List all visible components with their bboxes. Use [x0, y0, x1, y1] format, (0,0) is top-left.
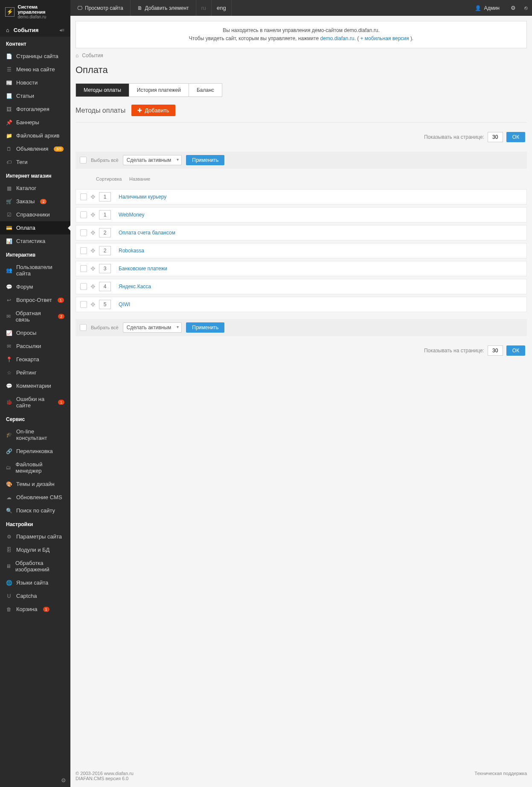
select-all-checkbox[interactable] — [80, 157, 87, 164]
sidebar-item[interactable]: ⚙Параметры сайта — [0, 530, 70, 543]
perpage-ok-button-bottom[interactable]: ОК — [506, 345, 525, 356]
row-link[interactable]: Яндекс.Касса — [119, 284, 151, 290]
tab[interactable]: Методы оплаты — [76, 84, 129, 97]
logo[interactable]: ⚡ Система управления demo.diafan.ru — [0, 0, 70, 23]
view-site-button[interactable]: 🖵 Просмотр сайта — [70, 0, 131, 16]
sidebar-item[interactable]: ☑Справочники — [0, 208, 70, 221]
gear-icon[interactable]: ⚙ — [506, 0, 520, 16]
row-link[interactable]: Наличными курьеру — [119, 194, 166, 200]
bulk-action-select-bottom[interactable]: Сделать активным — [123, 322, 182, 333]
sort-input[interactable] — [99, 264, 111, 273]
badge: 1 — [58, 400, 64, 405]
sidebar-item[interactable]: 📍Геокарта — [0, 353, 70, 366]
drag-handle-icon[interactable]: ✥ — [90, 265, 96, 272]
apply-button-bottom[interactable]: Применить — [186, 322, 224, 333]
tab[interactable]: Баланс — [189, 84, 222, 97]
apply-button[interactable]: Применить — [186, 155, 224, 165]
lang-eng[interactable]: eng — [212, 0, 232, 16]
row-link[interactable]: Оплата счета балансом — [119, 230, 175, 236]
sidebar-item[interactable]: 🖥Обработка изображений — [0, 556, 70, 576]
footer-support-link[interactable]: Техническая поддержка — [474, 771, 527, 781]
sidebar-item[interactable]: 💬Комментарии — [0, 379, 70, 392]
row-checkbox[interactable] — [80, 283, 87, 290]
perpage-input-bottom[interactable] — [488, 345, 503, 356]
perpage-ok-button[interactable]: ОК — [506, 132, 525, 142]
lang-ru[interactable]: ru — [196, 0, 212, 16]
sidebar-item[interactable]: 📈Опросы — [0, 326, 70, 339]
sidebar-item[interactable]: 🐞Ошибки на сайте1 — [0, 392, 70, 412]
drag-handle-icon[interactable]: ✥ — [90, 229, 96, 236]
sidebar-item[interactable]: 📄Страницы сайта — [0, 50, 70, 63]
sidebar-item[interactable]: 🎓On-line консультант — [0, 425, 70, 445]
collapse-icon[interactable]: ◂≡ — [59, 27, 64, 33]
sort-input[interactable] — [99, 282, 111, 291]
sort-input[interactable] — [99, 192, 111, 202]
sidebar-item[interactable]: 🗒Объявления3/0 — [0, 142, 70, 155]
row-checkbox[interactable] — [80, 265, 87, 272]
notice-link-mobile[interactable]: + мобильная версия — [360, 35, 409, 41]
select-all-checkbox-bottom[interactable] — [80, 324, 87, 331]
sidebar-item[interactable]: 🖼Фотогалерея — [0, 102, 70, 116]
row-checkbox[interactable] — [80, 193, 87, 200]
row-link[interactable]: WebMoney — [119, 212, 144, 218]
select-all-label[interactable]: Выбрать всё — [91, 158, 119, 163]
sidebar-item[interactable]: 🌐Языки сайта — [0, 576, 70, 589]
sidebar-item[interactable]: 🏷Теги — [0, 155, 70, 169]
drag-handle-icon[interactable]: ✥ — [90, 193, 96, 200]
breadcrumb-home-icon[interactable]: ⌂ — [76, 53, 78, 59]
sidebar-item[interactable]: 🛒Заказы2 — [0, 195, 70, 208]
sidebar-events[interactable]: ⌂События ◂≡ — [0, 23, 70, 37]
row-link[interactable]: QIWI — [119, 301, 130, 307]
sidebar-item[interactable]: ↩Вопрос-Ответ1 — [0, 293, 70, 307]
sidebar-item[interactable]: 🎨Темы и дизайн — [0, 477, 70, 491]
row-checkbox[interactable] — [80, 211, 87, 218]
settings-icon[interactable]: ⚙ — [61, 777, 66, 784]
sidebar-item[interactable]: ✉Обратная связь2 — [0, 307, 70, 326]
sort-input[interactable] — [99, 210, 111, 219]
row-checkbox[interactable] — [80, 229, 87, 236]
sidebar-item[interactable]: 📰Новости — [0, 76, 70, 89]
admin-menu[interactable]: 👤 Админ — [468, 0, 506, 16]
sidebar-item[interactable]: 📁Файловый архив — [0, 129, 70, 142]
sidebar-item[interactable]: ✉Рассылки — [0, 339, 70, 353]
sidebar-item[interactable]: 💬Форум — [0, 280, 70, 293]
sidebar-item[interactable]: 🔗Перелинковка — [0, 445, 70, 458]
sidebar-item[interactable]: ☰Меню на сайте — [0, 63, 70, 76]
system-title: Система управления — [18, 4, 66, 15]
sidebar-item[interactable]: 🗄Модули и БД — [0, 543, 70, 556]
sidebar-item[interactable]: 🗂Файловый менеджер — [0, 458, 70, 477]
add-element-button[interactable]: 🗎 Добавить элемент — [131, 0, 196, 16]
bulk-action-select[interactable]: Сделать активным — [123, 155, 182, 165]
notice-link-site[interactable]: demo.diafan.ru. — [320, 35, 355, 41]
sort-input[interactable] — [99, 228, 111, 237]
sidebar-item[interactable]: 🗑Корзина1 — [0, 603, 70, 616]
sidebar-item[interactable]: ☆Рейтинг — [0, 366, 70, 379]
drag-handle-icon[interactable]: ✥ — [90, 301, 96, 308]
row-link[interactable]: Robokassa — [119, 248, 144, 254]
sort-input[interactable] — [99, 246, 111, 255]
sidebar-item-icon: 🖥 — [6, 563, 11, 569]
sidebar-item[interactable]: 🔍Поиск по сайту — [0, 504, 70, 517]
drag-handle-icon[interactable]: ✥ — [90, 283, 96, 290]
sidebar-item[interactable]: ☁Обновление CMS — [0, 491, 70, 504]
sidebar-item[interactable]: ▦Каталог — [0, 181, 70, 195]
perpage-input[interactable] — [488, 132, 503, 142]
tab[interactable]: История платежей — [129, 84, 189, 97]
sidebar-item-label: Перелинковка — [16, 448, 53, 454]
drag-handle-icon[interactable]: ✥ — [90, 247, 96, 254]
row-link[interactable]: Банковские платежи — [119, 266, 167, 272]
sidebar-item[interactable]: 📌Баннеры — [0, 116, 70, 129]
sidebar-item[interactable]: 📊Статистика — [0, 234, 70, 248]
sidebar-item[interactable]: UCaptcha — [0, 589, 70, 603]
sort-input[interactable] — [99, 300, 111, 309]
sidebar-item[interactable]: 👥Пользователи сайта — [0, 260, 70, 280]
select-all-label-bottom[interactable]: Выбрать всё — [91, 325, 119, 330]
add-button[interactable]: ✚ Добавить — [131, 105, 175, 116]
breadcrumb-current[interactable]: События — [82, 53, 103, 59]
sidebar-item[interactable]: 💳Оплата — [0, 221, 70, 234]
logout-icon[interactable]: ⎋ — [520, 0, 532, 16]
drag-handle-icon[interactable]: ✥ — [90, 211, 96, 218]
row-checkbox[interactable] — [80, 301, 87, 308]
row-checkbox[interactable] — [80, 247, 87, 254]
sidebar-item[interactable]: 📃Статьи — [0, 89, 70, 102]
